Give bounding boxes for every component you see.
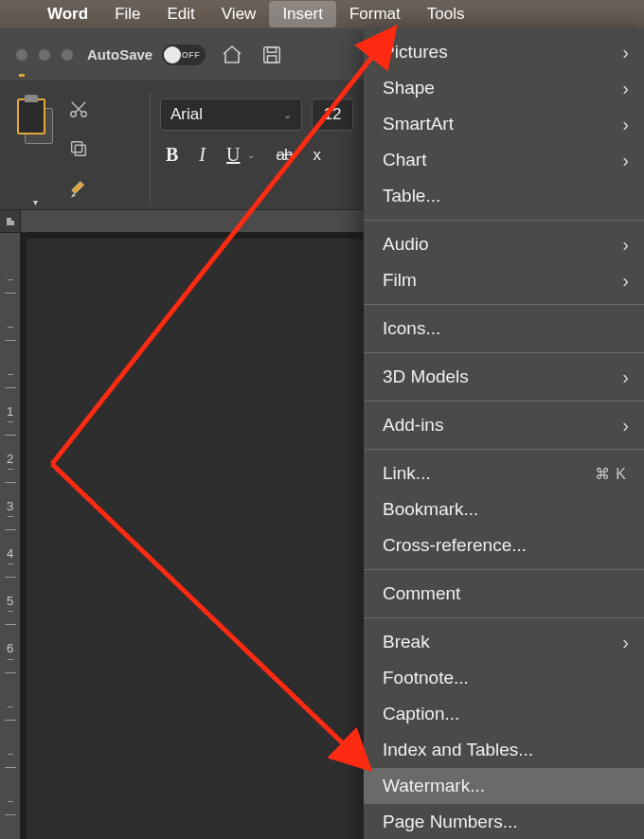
menu-item-label: Shape	[383, 78, 622, 98]
italic-button[interactable]: I	[199, 144, 206, 166]
window-traffic-lights	[15, 48, 74, 62]
menu-item-label: Break	[383, 632, 622, 652]
menu-separator	[364, 352, 644, 353]
menu-item-label: Cross-reference...	[383, 535, 627, 556]
menu-item-bookmark[interactable]: Bookmark...	[364, 491, 644, 527]
underline-dropdown-icon[interactable]: ⌄	[247, 150, 255, 160]
chevron-right-icon: ›	[622, 42, 629, 63]
save-icon[interactable]	[259, 42, 285, 68]
menu-item-link[interactable]: Link...⌘ K	[364, 455, 644, 491]
menu-item-table[interactable]: Table...	[364, 178, 644, 214]
toggle-knob	[164, 46, 181, 63]
menu-item-label: Link...	[383, 463, 595, 484]
menu-item-chart[interactable]: Chart›	[364, 142, 644, 178]
menu-item-shortcut: ⌘ K	[595, 465, 627, 483]
menu-item-shape[interactable]: Shape›	[364, 70, 644, 106]
menu-item-label: Watermark...	[383, 776, 627, 796]
clipboard-group: ▾ Paste	[8, 89, 140, 209]
format-painter-icon[interactable]	[68, 178, 91, 201]
menu-item-label: Table...	[383, 186, 627, 206]
autosave-toggle[interactable]: OFF	[162, 45, 206, 65]
menu-format[interactable]: Format	[336, 1, 414, 27]
svg-rect-5	[75, 145, 85, 155]
menu-item-label: Page Numbers...	[383, 812, 627, 832]
menu-item-label: Icons...	[383, 318, 627, 339]
chevron-right-icon: ›	[622, 114, 629, 135]
menu-item-icons[interactable]: Icons...	[364, 311, 644, 347]
menu-separator	[364, 220, 644, 221]
menu-item-3d-models[interactable]: 3D Models›	[364, 359, 644, 395]
menu-item-label: Chart	[383, 150, 622, 170]
menu-item-watermark[interactable]: Watermark...	[364, 768, 644, 804]
copy-icon[interactable]	[68, 138, 91, 161]
window-zoom-button[interactable]	[61, 48, 74, 62]
chevron-down-icon: ⌄	[283, 109, 292, 121]
menu-item-comment[interactable]: Comment	[364, 576, 644, 612]
svg-rect-2	[268, 55, 277, 62]
chevron-right-icon: ›	[622, 415, 629, 437]
font-group: Arial ⌄ 12 B I U ⌄ ab x	[160, 89, 353, 209]
autosave-label: AutoSave	[87, 46, 152, 62]
svg-rect-0	[264, 46, 280, 62]
bold-button[interactable]: B	[166, 144, 178, 166]
autosave-state: OFF	[182, 50, 201, 60]
app-menu-word[interactable]: Word	[34, 1, 101, 27]
menu-separator	[364, 569, 644, 570]
menu-item-label: Comment	[383, 583, 627, 604]
menu-item-label: 3D Models	[383, 366, 622, 387]
menu-item-add-ins[interactable]: Add-ins›	[364, 407, 644, 443]
underline-button[interactable]: U	[226, 144, 240, 166]
macos-menubar: Word File Edit View Insert Format Tools	[0, 0, 644, 28]
menu-separator	[364, 449, 644, 450]
paste-dropdown-icon[interactable]: ▾	[33, 197, 38, 207]
menu-item-page-numbers[interactable]: Page Numbers...	[364, 804, 644, 839]
menu-item-cross-reference[interactable]: Cross-reference...	[364, 527, 644, 563]
chevron-right-icon: ›	[622, 150, 629, 171]
menu-separator	[364, 617, 644, 618]
menu-item-label: Audio	[383, 234, 622, 255]
insert-menu-dropdown: Pictures›Shape›SmartArt›Chart›Table...Au…	[364, 28, 644, 839]
strikethrough-button[interactable]: ab	[276, 146, 292, 165]
menu-edit[interactable]: Edit	[154, 1, 208, 27]
chevron-right-icon: ›	[622, 366, 629, 388]
menu-item-footnote[interactable]: Footnote...	[364, 660, 644, 696]
font-name-combo[interactable]: Arial ⌄	[160, 98, 302, 131]
menu-tools[interactable]: Tools	[414, 1, 478, 27]
chevron-right-icon: ›	[622, 78, 629, 99]
paste-icon[interactable]	[8, 95, 61, 152]
window-minimize-button[interactable]	[38, 48, 51, 62]
menu-item-label: Caption...	[383, 704, 627, 724]
menu-item-label: Index and Tables...	[383, 740, 627, 760]
menu-view[interactable]: View	[208, 1, 270, 27]
font-size-value: 12	[324, 105, 342, 124]
menu-insert[interactable]: Insert	[269, 1, 336, 27]
menu-item-smartart[interactable]: SmartArt›	[364, 106, 644, 142]
menu-item-break[interactable]: Break›	[364, 624, 644, 660]
ruler-corner	[0, 210, 21, 233]
chevron-right-icon: ›	[622, 234, 629, 256]
menu-item-caption[interactable]: Caption...	[364, 696, 644, 732]
menu-item-film[interactable]: Film›	[364, 262, 644, 298]
menu-item-pictures[interactable]: Pictures›	[364, 34, 644, 70]
menu-file[interactable]: File	[101, 1, 153, 27]
svg-rect-1	[268, 46, 277, 52]
menu-item-index-and-tables[interactable]: Index and Tables...	[364, 732, 644, 768]
cut-icon[interactable]	[68, 98, 91, 121]
menu-separator	[364, 304, 644, 305]
menu-item-label: Pictures	[383, 42, 622, 62]
menu-separator	[364, 401, 644, 402]
subscript-button[interactable]: x	[313, 146, 321, 165]
font-name-value: Arial	[170, 105, 203, 124]
menu-item-audio[interactable]: Audio›	[364, 226, 644, 262]
chevron-right-icon: ›	[622, 632, 629, 653]
vertical-ruler[interactable]: 1 2 3 4 5 6	[0, 233, 21, 839]
menu-item-label: Add-ins	[383, 415, 622, 436]
font-size-combo[interactable]: 12	[312, 98, 353, 131]
menu-item-label: SmartArt	[383, 114, 622, 134]
chevron-right-icon: ›	[622, 270, 629, 292]
svg-rect-6	[72, 142, 82, 152]
home-icon[interactable]	[219, 42, 245, 68]
autosave-control: AutoSave OFF	[87, 45, 206, 65]
menu-item-label: Bookmark...	[383, 499, 627, 520]
window-close-button[interactable]	[15, 48, 28, 62]
